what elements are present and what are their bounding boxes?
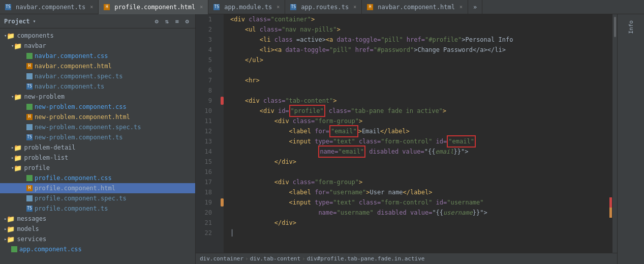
- tag: >: [366, 187, 370, 197]
- tree-label: navbar.component.ts: [35, 83, 104, 90]
- tag: </ul>: [245, 55, 263, 65]
- tag: >: [337, 24, 341, 35]
- tab-close-app-routes[interactable]: ×: [353, 4, 356, 10]
- line-num-16: 16: [196, 167, 212, 177]
- tree-label-services: services: [17, 236, 46, 243]
- breadcrumb-item-2[interactable]: div.tab-content: [250, 255, 300, 262]
- attr-val: "email": [331, 128, 357, 135]
- indent: [230, 126, 289, 136]
- code-line-19: <input type="text" class="form-control" …: [230, 197, 612, 208]
- tree-label: navbar.component.css: [35, 52, 108, 60]
- val: active>: [300, 35, 326, 45]
- gutter: [216, 14, 224, 253]
- tree-item-components[interactable]: ▾ 📁 components: [0, 31, 195, 41]
- sync-icon[interactable]: ⇅: [163, 17, 171, 25]
- project-chevron[interactable]: ▾: [33, 18, 36, 24]
- text: >Change Password</a></li>: [414, 45, 506, 55]
- ts-icon: TS: [213, 4, 220, 10]
- attr: disabled: [365, 146, 402, 157]
- line-num-12: 12: [196, 126, 212, 136]
- tree-item-problem-list[interactable]: ▸ 📁 problem-list: [0, 153, 195, 163]
- tab-overflow[interactable]: »: [468, 0, 482, 14]
- tree-item-navbar-html[interactable]: H navbar.component.html: [0, 61, 195, 71]
- config-icon[interactable]: ≡: [173, 17, 181, 25]
- right-scrollbar[interactable]: [612, 14, 617, 253]
- indent: [230, 197, 289, 208]
- code-line-12: <label for="email">Email</label>: [230, 126, 612, 136]
- attr: href=: [403, 35, 425, 45]
- line-num-15: 15: [196, 157, 212, 167]
- folder-icon: 📁: [14, 42, 22, 50]
- tree-item-services[interactable]: ▸ 📁 services: [0, 234, 195, 244]
- code-line-6: [230, 65, 612, 75]
- tree-item-models[interactable]: ▸ 📁 models: [0, 224, 195, 234]
- tag: </label>: [403, 187, 433, 197]
- tab-close-profile-html[interactable]: ×: [200, 4, 203, 10]
- code-line-17: <div class="form-group">: [230, 177, 612, 187]
- tab-navbar-html[interactable]: H navbar.component.html ×: [362, 0, 468, 14]
- template: "{{: [432, 208, 443, 218]
- tab-navbar-ts[interactable]: TS navbar.component.ts ×: [0, 0, 99, 14]
- tab-close-app-module[interactable]: ×: [277, 4, 280, 10]
- css-icon: [26, 175, 33, 181]
- editor-area: 1 2 3 4 5 6 7 8 9 10 11 12 13 14 15 16 1…: [196, 14, 617, 264]
- tree-item-navbar-ts[interactable]: TS navbar.component.ts: [0, 81, 195, 92]
- tree-item-problem-detail[interactable]: ▸ 📁 problem-detail: [0, 142, 195, 153]
- empty: [230, 167, 234, 177]
- tree-item-navbar[interactable]: ▾ 📁 navbar: [0, 41, 195, 51]
- tree-label: profile.component.ts: [35, 205, 108, 212]
- attr: data-toggle=: [337, 35, 381, 45]
- tree-item-new-problem-html[interactable]: H new-problem.component.html: [0, 112, 195, 122]
- attr-val: "email": [448, 138, 474, 145]
- attr: class=: [293, 177, 315, 187]
- tree-item-app-css[interactable]: app.component.css: [0, 244, 195, 254]
- gear-icon[interactable]: ⚙: [183, 17, 191, 25]
- highlight-profile: "profile": [289, 105, 325, 117]
- tree-item-profile-ts[interactable]: TS profile.component.ts: [0, 203, 195, 214]
- code-editor[interactable]: 1 2 3 4 5 6 7 8 9 10 11 12 13 14 15 16 1…: [196, 14, 617, 253]
- tree-item-profile[interactable]: ▾ 📁 profile: [0, 163, 195, 173]
- tree-item-new-problem-ts[interactable]: TS new-problem.component.ts: [0, 132, 195, 142]
- folder-icon: 📁: [7, 236, 15, 243]
- tree-item-navbar-spec[interactable]: navbar.component.spec.ts: [0, 71, 195, 81]
- highlight-name-email: name="email": [318, 145, 365, 158]
- tree-label: problem-list: [24, 154, 68, 161]
- tree-item-new-problem-css[interactable]: new-problem.component.css: [0, 102, 195, 112]
- breadcrumb-item-1[interactable]: div.container: [200, 255, 243, 262]
- info-panel: Info: [617, 14, 644, 264]
- code-line-16: [230, 167, 612, 177]
- settings-icon[interactable]: ⚙: [152, 17, 161, 25]
- html-icon: H: [26, 63, 33, 69]
- indent: [230, 136, 289, 146]
- tree-item-new-problem[interactable]: ▾ 📁 new-problem: [0, 92, 195, 102]
- main-area: Project ▾ ⚙ ⇅ ≡ ⚙ ▾ 📁 components ▾ 📁 nav…: [0, 14, 644, 264]
- line-num-18: 18: [196, 187, 212, 197]
- tab-close-navbar-ts[interactable]: ×: [90, 4, 93, 10]
- tree-item-messages[interactable]: ▸ 📁 messages: [0, 214, 195, 224]
- line-num-1: 1: [196, 14, 212, 24]
- breadcrumb-item-3[interactable]: div#profile.tab-pane.fade.in.active: [307, 255, 425, 262]
- tag: >: [443, 106, 446, 116]
- tree-label: navbar.component.spec.ts: [35, 73, 122, 80]
- tree-item-profile-spec[interactable]: profile.component.spec.ts: [0, 193, 195, 203]
- tree-item-navbar-css[interactable]: navbar.component.css: [0, 51, 195, 61]
- css-icon: [26, 53, 33, 59]
- indent: [230, 106, 260, 116]
- tree-item-profile-html[interactable]: H profile.component.html: [0, 183, 195, 193]
- attr: class=: [260, 24, 282, 35]
- tab-app-module[interactable]: TS app.module.ts ×: [208, 0, 285, 14]
- highlight-for-email: "email": [329, 125, 358, 137]
- tree-item-new-problem-spec[interactable]: new-problem.component.spec.ts: [0, 122, 195, 132]
- scroll-indicator: [614, 17, 616, 37]
- tree-item-profile-css[interactable]: profile.component.css: [0, 173, 195, 183]
- tab-profile-html[interactable]: H profile.component.html ×: [99, 0, 208, 14]
- attr: class=: [293, 116, 315, 126]
- code-line-11: <div class="form-group">: [230, 116, 612, 126]
- tree-label: profile.component.css: [35, 174, 112, 182]
- line-num-7: 7: [196, 75, 212, 85]
- tab-app-routes[interactable]: TS app.routes.ts ×: [285, 0, 362, 14]
- attr-val: "#profile": [425, 35, 462, 45]
- tab-close-navbar-html[interactable]: ×: [459, 4, 463, 10]
- template: }}">: [454, 146, 469, 157]
- code-content[interactable]: <div class="container"> <ul class="nav n…: [224, 14, 612, 253]
